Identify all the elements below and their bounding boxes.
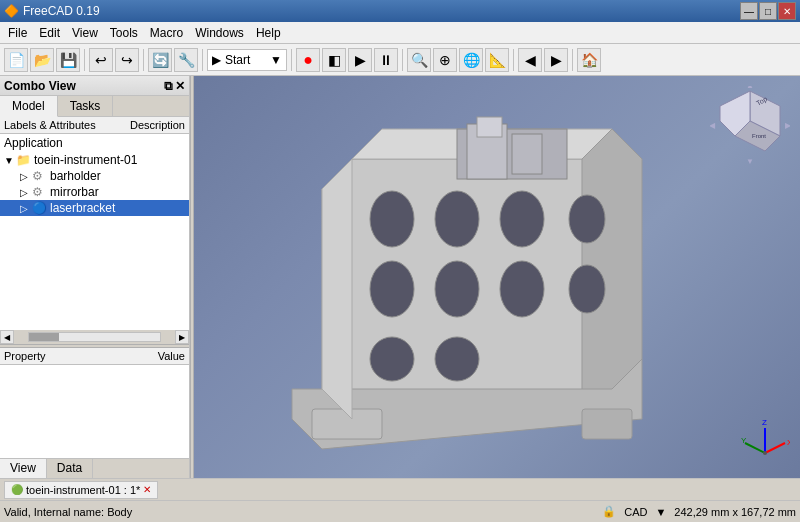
tabs-bar: Model Tasks xyxy=(0,96,189,117)
refresh-button[interactable]: 🔄 xyxy=(148,48,172,72)
close-button[interactable]: ✕ xyxy=(778,2,796,20)
new-button[interactable]: 📄 xyxy=(4,48,28,72)
zoom-btn[interactable]: 🔍 xyxy=(407,48,431,72)
nav-cube[interactable]: ▲ ▼ ◀ ▶ Top Front xyxy=(710,86,790,166)
prop-col1: Property xyxy=(4,350,158,362)
left-tab-view[interactable]: View xyxy=(0,459,47,478)
svg-point-21 xyxy=(435,337,479,381)
laserbracket-icon: 🔵 xyxy=(32,201,48,215)
cad-text: CAD xyxy=(624,506,647,518)
barholder-label: barholder xyxy=(50,169,101,183)
svg-point-13 xyxy=(435,191,479,247)
tree-section-application: Application xyxy=(0,134,189,152)
menu-edit[interactable]: Edit xyxy=(33,24,66,42)
mirrorbar-label: mirrorbar xyxy=(50,185,99,199)
barholder-icon: ⚙ xyxy=(32,169,48,183)
menu-windows[interactable]: Windows xyxy=(189,24,250,42)
svg-point-14 xyxy=(500,191,544,247)
3d-model xyxy=(272,109,722,459)
left-tab-data[interactable]: Data xyxy=(47,459,93,478)
float-icon[interactable]: ⧉ xyxy=(164,79,173,93)
stop-button[interactable]: ● xyxy=(296,48,320,72)
scroll-track[interactable] xyxy=(28,332,161,342)
minimize-button[interactable]: — xyxy=(740,2,758,20)
tree-item-root[interactable]: ▼ 📁 toein-instrument-01 xyxy=(0,152,189,168)
scroll-left[interactable]: ◀ xyxy=(0,330,14,344)
title-bar: 🔶 FreeCAD 0.19 — □ ✕ xyxy=(0,0,800,22)
left-hscroll[interactable]: ◀ ▶ xyxy=(0,330,189,344)
viewport-tab[interactable]: 🟢 toein-instrument-01 : 1* ✕ xyxy=(4,481,158,499)
redo-button[interactable]: ↪ xyxy=(115,48,139,72)
cad-dropdown[interactable]: ▼ xyxy=(655,506,666,518)
svg-point-19 xyxy=(569,265,605,313)
tree-item-laserbracket[interactable]: ▷ 🔵 laserbracket xyxy=(0,200,189,216)
menu-file[interactable]: File xyxy=(2,24,33,42)
tree-item-mirrorbar[interactable]: ▷ ⚙ mirrorbar xyxy=(0,184,189,200)
col2-label: Description xyxy=(130,119,185,131)
app-icon: 🔶 xyxy=(4,4,19,18)
maximize-button[interactable]: □ xyxy=(759,2,777,20)
view-btn1[interactable]: ◧ xyxy=(322,48,346,72)
property-header: Property Value xyxy=(0,348,189,365)
left-bottom-tabs: View Data xyxy=(0,458,189,478)
viewport-tab-close[interactable]: ✕ xyxy=(143,484,151,495)
menu-view[interactable]: View xyxy=(66,24,104,42)
undo-button[interactable]: ↩ xyxy=(89,48,113,72)
scroll-right[interactable]: ▶ xyxy=(175,330,189,344)
toolbar-sep-5 xyxy=(402,49,403,71)
svg-text:X: X xyxy=(787,438,790,447)
laserbracket-label: laserbracket xyxy=(50,201,115,215)
lock-icon: 🔒 xyxy=(602,505,616,518)
svg-text:Y: Y xyxy=(741,436,747,445)
save-button[interactable]: 💾 xyxy=(56,48,80,72)
menu-macro[interactable]: Macro xyxy=(144,24,189,42)
col1-label: Labels & Attributes xyxy=(4,119,130,131)
extra-btn1[interactable]: 🏠 xyxy=(577,48,601,72)
toolbar-sep-4 xyxy=(291,49,292,71)
tab-model[interactable]: Model xyxy=(0,96,58,117)
toolbar-sep-1 xyxy=(84,49,85,71)
bottom-toolbar: 🟢 toein-instrument-01 : 1* ✕ xyxy=(0,478,800,500)
workbench-icon: ▶ xyxy=(212,53,221,67)
combo-close-icon[interactable]: ✕ xyxy=(175,79,185,93)
status-text: Valid, Internal name: Body xyxy=(4,506,132,518)
svg-line-30 xyxy=(765,443,785,453)
3d-viewport[interactable]: ▲ ▼ ◀ ▶ Top Front xyxy=(194,76,800,478)
root-arrow: ▼ xyxy=(4,155,16,166)
toolbar: 📄 📂 💾 ↩ ↪ 🔄 🔧 ▶ Start ▼ ● ◧ ▶ ⏸ 🔍 ⊕ 🌐 📐 … xyxy=(0,44,800,76)
root-icon: 📁 xyxy=(16,153,32,167)
svg-point-12 xyxy=(370,191,414,247)
zoom-fit[interactable]: ⊕ xyxy=(433,48,457,72)
tab-tasks[interactable]: Tasks xyxy=(58,96,114,116)
tree-item-barholder[interactable]: ▷ ⚙ barholder xyxy=(0,168,189,184)
barholder-arrow: ▷ xyxy=(20,171,32,182)
prop-col2: Value xyxy=(158,350,185,362)
viewport-tab-label: toein-instrument-01 : 1* xyxy=(26,484,140,496)
workbench-arrow: ▼ xyxy=(270,53,282,67)
settings-button[interactable]: 🔧 xyxy=(174,48,198,72)
menu-help[interactable]: Help xyxy=(250,24,287,42)
svg-point-18 xyxy=(500,261,544,317)
laserbracket-arrow: ▷ xyxy=(20,203,32,214)
nav-back[interactable]: ◀ xyxy=(518,48,542,72)
svg-point-16 xyxy=(370,261,414,317)
view-btn5[interactable]: 📐 xyxy=(485,48,509,72)
view-btn4[interactable]: 🌐 xyxy=(459,48,483,72)
nav-fwd[interactable]: ▶ xyxy=(544,48,568,72)
mirrorbar-icon: ⚙ xyxy=(32,185,48,199)
root-label: toein-instrument-01 xyxy=(34,153,137,167)
view-btn2[interactable]: ▶ xyxy=(348,48,372,72)
title-bar-controls: — □ ✕ xyxy=(740,2,796,20)
workbench-dropdown[interactable]: ▶ Start ▼ xyxy=(207,49,287,71)
svg-rect-24 xyxy=(512,134,542,174)
scroll-thumb xyxy=(29,333,59,341)
mirrorbar-arrow: ▷ xyxy=(20,187,32,198)
svg-line-32 xyxy=(745,443,765,453)
view-btn3[interactable]: ⏸ xyxy=(374,48,398,72)
status-left: Valid, Internal name: Body xyxy=(4,506,132,518)
menu-tools[interactable]: Tools xyxy=(104,24,144,42)
toolbar-sep-2 xyxy=(143,49,144,71)
open-button[interactable]: 📂 xyxy=(30,48,54,72)
svg-marker-29 xyxy=(322,159,352,419)
tree-area: Labels & Attributes Description Applicat… xyxy=(0,117,189,330)
